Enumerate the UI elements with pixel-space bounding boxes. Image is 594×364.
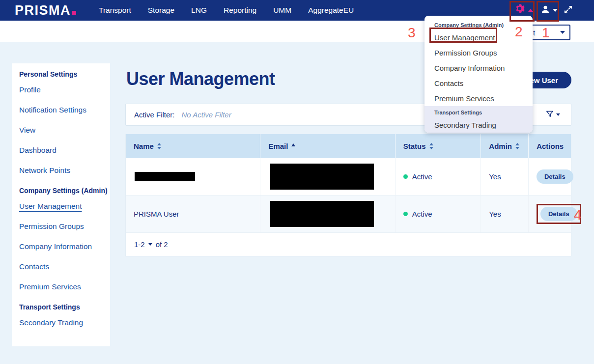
menu-item-company-information[interactable]: Company Information: [424, 60, 533, 76]
select-caret-down-icon: [560, 31, 565, 34]
cell-email: [260, 196, 395, 232]
sidebar-section-header: Company Settings (Admin): [19, 187, 110, 195]
column-header-label: Name: [134, 142, 154, 150]
sidebar-item-secondary-trading[interactable]: Secondary Trading: [19, 318, 110, 327]
cell-email: [260, 158, 395, 195]
sidebar-item-user-management[interactable]: User Management: [19, 202, 110, 211]
prisma-app: PRISMA TransportStorageLNGReportingUMMAg…: [0, 0, 594, 364]
filter-funnel-icon: [545, 110, 554, 120]
details-button[interactable]: Details: [537, 169, 573, 184]
status-active-dot-icon: [403, 212, 408, 216]
admin-value: Yes: [489, 210, 501, 218]
status-text: Active: [412, 172, 432, 181]
column-header-email[interactable]: Email: [260, 134, 395, 158]
cell-status: Active: [396, 196, 481, 232]
sidebar-item-network-points[interactable]: Network Points: [19, 166, 110, 175]
cell-actions: Details: [529, 196, 571, 232]
menu-item-premium-services[interactable]: Premium Services: [424, 91, 533, 106]
menu-section-transport-settings: Transport SettingsSecondary Trading: [424, 106, 533, 133]
menu-section-header: Transport Settings: [424, 106, 533, 117]
prisma-logo-text: PRISMA: [15, 3, 71, 18]
sidebar-item-premium-services[interactable]: Premium Services: [19, 282, 110, 291]
sidebar-item-company-information[interactable]: Company Information: [19, 242, 110, 251]
settings-dropdown-menu: Company Settings (Admin)User ManagementP…: [424, 16, 533, 133]
column-header-name[interactable]: Name: [126, 134, 260, 158]
admin-value: Yes: [489, 172, 501, 181]
annotation-box-details: Details: [537, 204, 581, 224]
user-icon: [540, 4, 550, 16]
table-pagination: 1-2 of 2: [126, 233, 571, 256]
cell-status: Active: [396, 158, 481, 195]
menu-section-company-settings-admin: Company Settings (Admin)User ManagementP…: [424, 19, 533, 106]
filter-menu-button[interactable]: [545, 110, 560, 120]
sidebar-item-profile[interactable]: Profile: [19, 85, 110, 94]
users-table-header: NameEmailStatusAdminActions: [126, 134, 571, 158]
column-header-status[interactable]: Status: [396, 134, 481, 158]
page-title: User Management: [126, 69, 275, 89]
redacted-name: [135, 172, 195, 181]
sidebar-item-notification-settings[interactable]: Notification Settings: [19, 106, 110, 114]
menu-item-secondary-trading[interactable]: Secondary Trading: [424, 117, 533, 133]
sidebar-item-contacts[interactable]: Contacts: [19, 262, 110, 271]
active-filter-value: No Active Filter: [182, 111, 231, 119]
column-header-label: Status: [403, 142, 426, 150]
gear-icon: [515, 4, 526, 17]
cell-admin: Yes: [481, 196, 529, 232]
sidebar-section-header: Transport Settings: [19, 303, 110, 311]
nav-item-transport[interactable]: Transport: [99, 6, 131, 15]
status-active-dot-icon: [403, 174, 408, 179]
column-header-label: Actions: [537, 142, 564, 150]
gear-caret-up-icon: [528, 9, 533, 12]
table-row: ActiveYesDetails: [126, 158, 571, 196]
menu-item-permission-groups[interactable]: Permission Groups: [424, 45, 533, 60]
sidebar-section-company-settings-admin: Company Settings (Admin)User ManagementP…: [19, 187, 110, 291]
column-header-label: Admin: [489, 142, 512, 150]
cell-admin: Yes: [481, 158, 529, 195]
filter-caret-down-icon: [556, 113, 560, 116]
sort-both-icon: [429, 143, 433, 149]
nav-item-reporting[interactable]: Reporting: [224, 6, 256, 15]
status-text: Active: [412, 210, 432, 218]
cell-actions: Details: [529, 158, 571, 195]
fullscreen-button[interactable]: [564, 0, 573, 21]
sidebar-item-view[interactable]: View: [19, 126, 110, 135]
pagination-total: of 2: [156, 240, 168, 249]
sort-both-icon: [515, 143, 519, 149]
menu-item-contacts[interactable]: Contacts: [424, 76, 533, 91]
sidebar-section-header: Personal Settings: [19, 70, 110, 78]
pagination-caret-down-icon[interactable]: [148, 243, 152, 246]
cell-name: PRISMA User: [126, 196, 260, 232]
user-name: PRISMA User: [134, 210, 179, 218]
nav-item-aggregateeu[interactable]: AggregateEU: [308, 6, 354, 15]
sort-ascending-icon: [291, 143, 295, 146]
menu-item-user-management[interactable]: User Management: [424, 30, 533, 45]
topbar-select-text: t: [533, 28, 535, 37]
menu-section-header: Company Settings (Admin): [424, 19, 533, 30]
pagination-range[interactable]: 1-2: [134, 240, 145, 249]
column-header-actions[interactable]: Actions: [529, 134, 571, 158]
redacted-email: [270, 164, 374, 190]
sidebar-section-personal-settings: Personal SettingsProfileNotification Set…: [19, 70, 110, 175]
redacted-email: [270, 201, 374, 227]
topbar-dropdown-select[interactable]: t: [529, 25, 570, 40]
column-header-label: Email: [268, 142, 288, 150]
active-filter-label: Active Filter:: [134, 111, 175, 119]
sidebar-item-dashboard[interactable]: Dashboard: [19, 146, 110, 155]
prisma-logo[interactable]: PRISMA: [15, 3, 76, 18]
table-row: PRISMA UserActiveYesDetails: [126, 196, 571, 233]
nav-item-storage[interactable]: Storage: [148, 6, 174, 15]
nav-item-umm[interactable]: UMM: [273, 6, 291, 15]
sort-both-icon: [157, 143, 161, 149]
main-nav: TransportStorageLNGReportingUMMAggregate…: [99, 6, 370, 15]
sidebar-item-permission-groups[interactable]: Permission Groups: [19, 222, 110, 231]
details-button[interactable]: Details: [540, 207, 577, 221]
users-table: NameEmailStatusAdminActions ActiveYesDet…: [125, 134, 571, 256]
sidebar-section-transport-settings: Transport SettingsSecondary Trading: [19, 303, 110, 327]
user-caret-down-icon: [553, 9, 558, 12]
cell-name: [126, 158, 260, 195]
prisma-logo-dot-icon: [72, 11, 76, 15]
column-header-admin[interactable]: Admin: [481, 134, 529, 158]
settings-sidebar: Personal SettingsProfileNotification Set…: [12, 63, 110, 346]
user-account-button[interactable]: [540, 0, 558, 21]
nav-item-lng[interactable]: LNG: [191, 6, 207, 15]
